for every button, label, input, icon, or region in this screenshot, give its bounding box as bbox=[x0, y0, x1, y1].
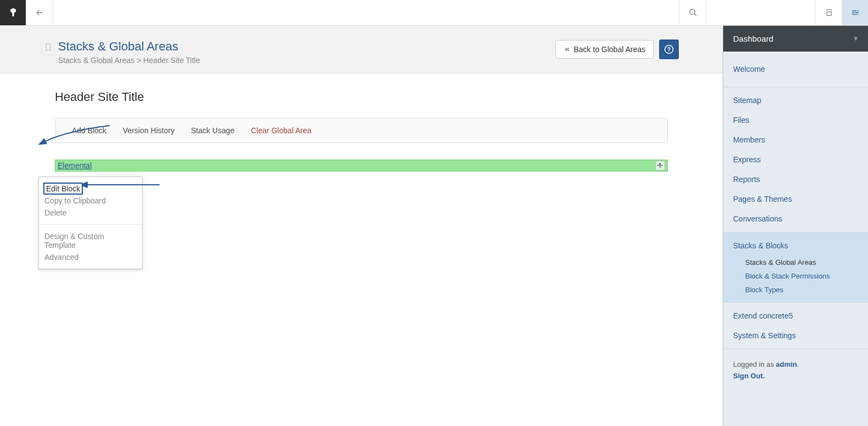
nav-stacks-global-areas[interactable]: Stacks & Global Areas bbox=[745, 255, 858, 269]
back-arrow-icon bbox=[35, 8, 44, 17]
nav-conversations[interactable]: Conversations bbox=[733, 209, 858, 229]
concrete5-logo-icon bbox=[8, 7, 19, 18]
dashboard-panel: Dashboard ▾ Welcome Sitemap Files Member… bbox=[723, 26, 868, 426]
back-button-label: Back to Global Areas bbox=[574, 45, 645, 54]
block-context-menu: Edit Block Copy to Clipboard Delete Desi… bbox=[38, 177, 143, 269]
breadcrumb-separator: > bbox=[137, 56, 141, 65]
nav-reports[interactable]: Reports bbox=[733, 169, 858, 189]
nav-extend-concrete5[interactable]: Extend concrete5 bbox=[733, 306, 858, 326]
breadcrumb-root[interactable]: Stacks & Global Areas bbox=[58, 56, 134, 65]
clipboard-button[interactable] bbox=[815, 0, 842, 25]
back-to-global-areas-button[interactable]: Back to Global Areas bbox=[555, 40, 654, 59]
move-handle[interactable] bbox=[655, 161, 665, 171]
breadcrumb: Stacks & Global Areas > Header Site Titl… bbox=[58, 56, 555, 65]
nav-files[interactable]: Files bbox=[733, 110, 858, 130]
menu-edit-block[interactable]: Edit Block bbox=[43, 183, 83, 195]
caret-down-icon: ▾ bbox=[854, 33, 858, 43]
clear-global-area-button[interactable]: Clear Global Area bbox=[251, 126, 312, 135]
logged-in-suffix: . bbox=[797, 360, 799, 368]
search-icon bbox=[689, 8, 697, 17]
dashboard-header[interactable]: Dashboard ▾ bbox=[723, 26, 868, 52]
dashboard-footer: Logged in as admin. Sign Out. bbox=[723, 349, 868, 391]
logo-button[interactable] bbox=[0, 0, 26, 25]
nav-pages-themes[interactable]: Pages & Themes bbox=[733, 189, 858, 209]
elemental-block[interactable]: Elemental bbox=[55, 160, 668, 172]
stack-actions-toolbar: Add Block Version History Stack Usage Cl… bbox=[55, 118, 668, 143]
menu-copy-clipboard[interactable]: Copy to Clipboard bbox=[43, 195, 138, 207]
menu-advanced[interactable]: Advanced bbox=[43, 251, 138, 263]
nav-system-settings[interactable]: System & Settings bbox=[733, 326, 858, 345]
nav-block-types[interactable]: Block Types bbox=[745, 283, 858, 297]
chevron-double-left-icon bbox=[564, 46, 570, 53]
stack-title: Header Site Title bbox=[55, 90, 668, 104]
logged-in-prefix: Logged in as bbox=[733, 360, 776, 368]
bookmark-icon[interactable] bbox=[44, 42, 53, 54]
sliders-icon bbox=[851, 8, 860, 17]
toolbar-spacer bbox=[53, 0, 679, 25]
breadcrumb-current: Header Site Title bbox=[143, 56, 200, 65]
top-toolbar bbox=[0, 0, 868, 26]
help-button[interactable]: ? bbox=[659, 39, 679, 59]
stack-usage-button[interactable]: Stack Usage bbox=[191, 126, 234, 135]
settings-button[interactable] bbox=[842, 0, 868, 25]
search-input-area[interactable] bbox=[706, 0, 815, 25]
page-header: Stacks & Global Areas Stacks & Global Ar… bbox=[0, 26, 723, 73]
menu-delete[interactable]: Delete bbox=[43, 207, 138, 219]
sign-out-link[interactable]: Sign Out. bbox=[733, 372, 858, 380]
help-icon: ? bbox=[664, 44, 674, 54]
version-history-button[interactable]: Version History bbox=[123, 126, 174, 135]
dashboard-title: Dashboard bbox=[733, 34, 773, 43]
nav-stacks-blocks[interactable]: Stacks & Blocks bbox=[733, 236, 858, 255]
move-icon bbox=[657, 162, 663, 169]
admin-link[interactable]: admin bbox=[776, 360, 797, 368]
back-button[interactable] bbox=[26, 0, 53, 25]
block-label: Elemental bbox=[58, 161, 92, 170]
body: Header Site Title Add Block Version Hist… bbox=[0, 73, 723, 188]
add-block-button[interactable]: Add Block bbox=[72, 126, 106, 135]
page-title[interactable]: Stacks & Global Areas bbox=[58, 39, 555, 54]
menu-design-template[interactable]: Design & Custom Template bbox=[43, 230, 138, 251]
nav-members[interactable]: Members bbox=[733, 130, 858, 150]
nav-sitemap[interactable]: Sitemap bbox=[733, 90, 858, 110]
nav-block-stack-permissions[interactable]: Block & Stack Permissions bbox=[745, 269, 858, 283]
svg-text:?: ? bbox=[667, 46, 671, 53]
search-button[interactable] bbox=[679, 0, 706, 25]
nav-welcome[interactable]: Welcome bbox=[733, 59, 858, 79]
clipboard-icon bbox=[825, 8, 833, 17]
nav-express[interactable]: Express bbox=[733, 150, 858, 169]
